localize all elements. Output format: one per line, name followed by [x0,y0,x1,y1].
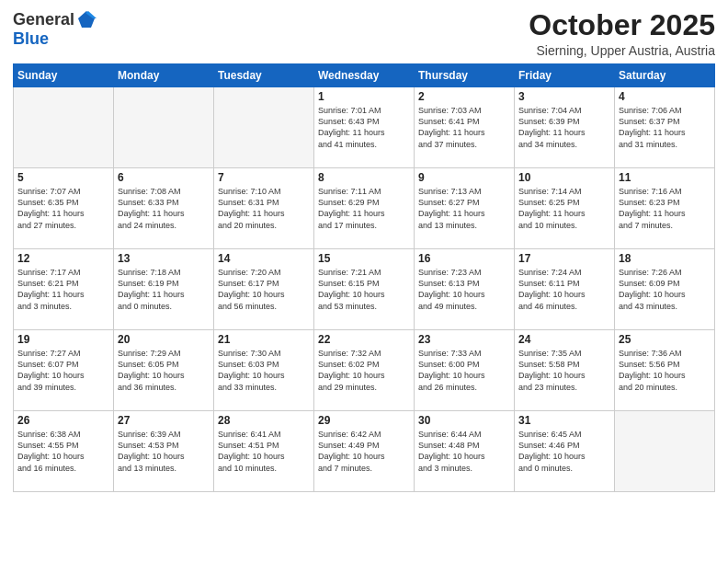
logo: General Blue [13,9,97,49]
calendar-cell [615,411,715,492]
day-number: 16 [418,252,510,265]
day-number: 7 [218,171,310,184]
cell-text: Sunrise: 7:27 AM Sunset: 6:07 PM Dayligh… [17,348,109,393]
calendar-cell: 11Sunrise: 7:16 AM Sunset: 6:23 PM Dayli… [615,168,715,249]
cell-text: Sunrise: 7:26 AM Sunset: 6:09 PM Dayligh… [619,267,711,312]
day-number: 23 [418,333,510,346]
cell-text: Sunrise: 6:44 AM Sunset: 4:48 PM Dayligh… [418,429,510,474]
cell-text: Sunrise: 7:08 AM Sunset: 6:33 PM Dayligh… [118,186,210,231]
calendar-week-3: 19Sunrise: 7:27 AM Sunset: 6:07 PM Dayli… [14,330,715,411]
weekday-header-row: SundayMondayTuesdayWednesdayThursdayFrid… [14,64,715,87]
calendar-cell: 25Sunrise: 7:36 AM Sunset: 5:56 PM Dayli… [615,330,715,411]
calendar-cell: 28Sunrise: 6:41 AM Sunset: 4:51 PM Dayli… [214,411,314,492]
calendar-cell: 17Sunrise: 7:24 AM Sunset: 6:11 PM Dayli… [515,249,615,330]
cell-text: Sunrise: 7:33 AM Sunset: 6:00 PM Dayligh… [418,348,510,393]
day-number: 21 [218,333,310,346]
cell-text: Sunrise: 7:16 AM Sunset: 6:23 PM Dayligh… [619,186,711,231]
day-number: 31 [518,414,610,427]
weekday-header-wednesday: Wednesday [314,64,415,87]
day-number: 26 [17,414,109,427]
calendar-cell: 9Sunrise: 7:13 AM Sunset: 6:27 PM Daylig… [415,168,515,249]
calendar-cell: 23Sunrise: 7:33 AM Sunset: 6:00 PM Dayli… [415,330,515,411]
cell-text: Sunrise: 7:07 AM Sunset: 6:35 PM Dayligh… [17,186,109,231]
calendar-cell: 12Sunrise: 7:17 AM Sunset: 6:21 PM Dayli… [14,249,114,330]
cell-text: Sunrise: 7:11 AM Sunset: 6:29 PM Dayligh… [318,186,410,231]
day-number: 28 [218,414,310,427]
calendar-cell: 10Sunrise: 7:14 AM Sunset: 6:25 PM Dayli… [515,168,615,249]
calendar-cell: 24Sunrise: 7:35 AM Sunset: 5:58 PM Dayli… [515,330,615,411]
cell-text: Sunrise: 7:10 AM Sunset: 6:31 PM Dayligh… [218,186,310,231]
cell-text: Sunrise: 7:18 AM Sunset: 6:19 PM Dayligh… [118,267,210,312]
calendar-cell: 26Sunrise: 6:38 AM Sunset: 4:55 PM Dayli… [14,411,114,492]
cell-text: Sunrise: 7:35 AM Sunset: 5:58 PM Dayligh… [518,348,610,393]
page: General Blue October 2025 Sierning, Uppe… [0,0,728,563]
calendar-cell [114,87,214,168]
calendar-cell: 2Sunrise: 7:03 AM Sunset: 6:41 PM Daylig… [415,87,515,168]
calendar-cell: 20Sunrise: 7:29 AM Sunset: 6:05 PM Dayli… [114,330,214,411]
day-number: 10 [518,171,610,184]
day-number: 9 [418,171,510,184]
cell-text: Sunrise: 7:04 AM Sunset: 6:39 PM Dayligh… [518,105,610,150]
day-number: 4 [619,90,711,103]
weekday-header-monday: Monday [114,64,214,87]
day-number: 2 [418,90,510,103]
day-number: 12 [17,252,109,265]
day-number: 5 [17,171,109,184]
day-number: 29 [318,414,410,427]
logo-general-text: General [13,10,74,29]
calendar-cell: 21Sunrise: 7:30 AM Sunset: 6:03 PM Dayli… [214,330,314,411]
weekday-header-tuesday: Tuesday [214,64,314,87]
day-number: 30 [418,414,510,427]
cell-text: Sunrise: 6:38 AM Sunset: 4:55 PM Dayligh… [17,429,109,474]
day-number: 14 [218,252,310,265]
cell-text: Sunrise: 7:36 AM Sunset: 5:56 PM Dayligh… [619,348,711,393]
calendar-cell: 18Sunrise: 7:26 AM Sunset: 6:09 PM Dayli… [615,249,715,330]
day-number: 17 [518,252,610,265]
calendar-cell: 7Sunrise: 7:10 AM Sunset: 6:31 PM Daylig… [214,168,314,249]
weekday-header-saturday: Saturday [615,64,715,87]
day-number: 24 [518,333,610,346]
day-number: 13 [118,252,210,265]
day-number: 18 [619,252,711,265]
day-number: 8 [318,171,410,184]
calendar-cell: 19Sunrise: 7:27 AM Sunset: 6:07 PM Dayli… [14,330,114,411]
month-title: October 2025 [529,9,715,41]
cell-text: Sunrise: 7:13 AM Sunset: 6:27 PM Dayligh… [418,186,510,231]
calendar-cell [214,87,314,168]
calendar-cell: 6Sunrise: 7:08 AM Sunset: 6:33 PM Daylig… [114,168,214,249]
calendar-table: SundayMondayTuesdayWednesdayThursdayFrid… [13,63,715,492]
logo-icon [76,9,97,29]
day-number: 15 [318,252,410,265]
cell-text: Sunrise: 6:45 AM Sunset: 4:46 PM Dayligh… [518,429,610,474]
calendar-cell: 30Sunrise: 6:44 AM Sunset: 4:48 PM Dayli… [415,411,515,492]
calendar-week-1: 5Sunrise: 7:07 AM Sunset: 6:35 PM Daylig… [14,168,715,249]
day-number: 27 [118,414,210,427]
cell-text: Sunrise: 7:20 AM Sunset: 6:17 PM Dayligh… [218,267,310,312]
calendar-week-4: 26Sunrise: 6:38 AM Sunset: 4:55 PM Dayli… [14,411,715,492]
calendar-cell: 5Sunrise: 7:07 AM Sunset: 6:35 PM Daylig… [14,168,114,249]
cell-text: Sunrise: 7:17 AM Sunset: 6:21 PM Dayligh… [17,267,109,312]
day-number: 6 [118,171,210,184]
calendar-week-2: 12Sunrise: 7:17 AM Sunset: 6:21 PM Dayli… [14,249,715,330]
logo-blue-text: Blue [13,29,49,49]
cell-text: Sunrise: 7:29 AM Sunset: 6:05 PM Dayligh… [118,348,210,393]
calendar-cell: 1Sunrise: 7:01 AM Sunset: 6:43 PM Daylig… [314,87,415,168]
day-number: 1 [318,90,410,103]
calendar-cell: 8Sunrise: 7:11 AM Sunset: 6:29 PM Daylig… [314,168,415,249]
calendar-cell: 27Sunrise: 6:39 AM Sunset: 4:53 PM Dayli… [114,411,214,492]
weekday-header-thursday: Thursday [415,64,515,87]
day-number: 22 [318,333,410,346]
day-number: 19 [17,333,109,346]
cell-text: Sunrise: 7:01 AM Sunset: 6:43 PM Dayligh… [318,105,410,150]
day-number: 20 [118,333,210,346]
cell-text: Sunrise: 6:39 AM Sunset: 4:53 PM Dayligh… [118,429,210,474]
calendar-cell: 16Sunrise: 7:23 AM Sunset: 6:13 PM Dayli… [415,249,515,330]
calendar-cell: 29Sunrise: 6:42 AM Sunset: 4:49 PM Dayli… [314,411,415,492]
calendar-cell: 4Sunrise: 7:06 AM Sunset: 6:37 PM Daylig… [615,87,715,168]
day-number: 25 [619,333,711,346]
location: Sierning, Upper Austria, Austria [529,43,715,58]
cell-text: Sunrise: 6:42 AM Sunset: 4:49 PM Dayligh… [318,429,410,474]
day-number: 3 [518,90,610,103]
header: General Blue October 2025 Sierning, Uppe… [13,9,715,58]
cell-text: Sunrise: 7:21 AM Sunset: 6:15 PM Dayligh… [318,267,410,312]
